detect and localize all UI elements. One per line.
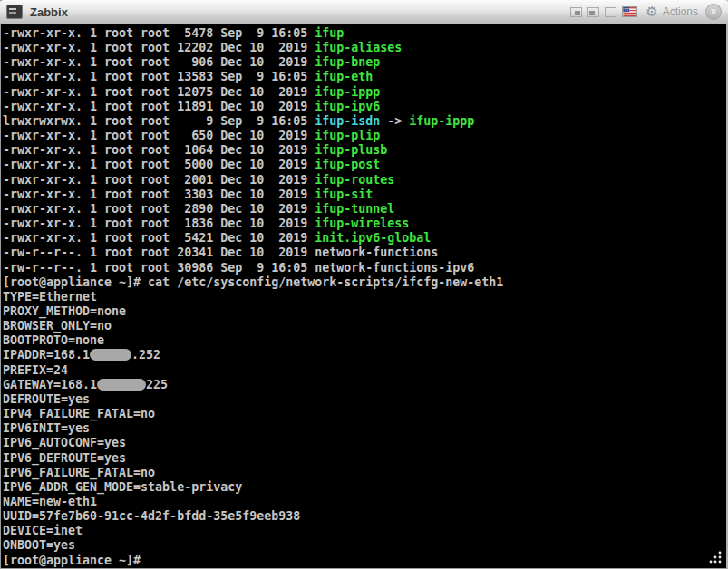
terminal-text: -rwxr-xr-x. 1 root root 2890 Dec 10 2019: [3, 202, 315, 216]
us-flag-icon: [622, 6, 637, 17]
terminal-text: -rwxr-xr-x. 1 root root 5478 Sep 9 16:05: [3, 26, 315, 40]
terminal-text: IPV6INIT=yes: [3, 421, 90, 435]
close-button[interactable]: ✕: [705, 4, 722, 20]
terminal-line: -rwxr-xr-x. 1 root root 906 Dec 10 2019 …: [3, 55, 726, 70]
terminal-text: GATEWAY=168.1: [3, 378, 97, 391]
terminal-line: IPV6INIT=yes: [3, 421, 726, 436]
terminal-text: ifup-eth: [315, 70, 373, 83]
terminal-text: -rw-r--r--. 1 root root 20341 Dec 10 201…: [3, 246, 438, 259]
terminal-line: -rwxr-xr-x. 1 root root 12202 Dec 10 201…: [3, 41, 726, 55]
terminal-text: BROWSER_ONLY=no: [3, 319, 112, 333]
terminal-text: IPADDR=168.1: [3, 348, 90, 362]
terminal-text: -rwxr-xr-x. 1 root root 12075 Dec 10 201…: [3, 85, 315, 99]
window-pane-fill-left-icon: [589, 11, 595, 15]
terminal-line: IPV6_ADDR_GEN_MODE=stable-privacy: [3, 480, 726, 495]
terminal-text: NAME=new-eth1: [3, 495, 97, 508]
terminal-text: [root@appliance ~]# cat /etc/sysconfig/n…: [3, 275, 503, 289]
terminal-text: IPV4_FAILURE_FATAL=no: [3, 407, 155, 420]
terminal-line: -rwxr-xr-x. 1 root root 650 Dec 10 2019 …: [3, 129, 726, 143]
terminal-text: DEVICE=inet: [3, 524, 83, 537]
terminal-text: -rwxr-xr-x. 1 root root 11891 Dec 10 201…: [3, 100, 315, 113]
terminal-text: ifup-aliases: [315, 41, 402, 54]
terminal-text: -rwxr-xr-x. 1 root root 1064 Dec 10 2019: [3, 143, 315, 157]
terminal-text: ONBOOT=yes: [3, 538, 75, 552]
terminal-line: UUID=57fe7b60-91cc-4d2f-bfdd-35e5f9eeb93…: [3, 509, 726, 524]
redacted-text-blob: [97, 379, 146, 391]
terminal-line: GATEWAY=168.1225: [3, 378, 726, 392]
resize-grip-icon[interactable]: [707, 549, 723, 565]
terminal-text: ifup-sit: [315, 188, 373, 201]
terminal-text: ifup-isdn: [315, 114, 380, 128]
console-window: Zabbix: [0, 0, 728, 569]
titlebar-controls: ⚙ Actions ✕: [570, 4, 722, 20]
window-pane-button-1[interactable]: [570, 7, 582, 17]
terminal-screen[interactable]: -rwxr-xr-x. 1 root root 5478 Sep 9 16:05…: [1, 24, 726, 569]
terminal-line: ONBOOT=yes: [3, 538, 726, 553]
terminal-line: NAME=new-eth1: [3, 495, 726, 509]
terminal-line: IPV6_AUTOCONF=yes: [3, 436, 726, 450]
terminal-line: -rwxr-xr-x. 1 root root 12075 Dec 10 201…: [3, 85, 726, 100]
terminal-line: [root@appliance ~]#: [3, 554, 726, 568]
terminal-line: IPV6_DEFROUTE=yes: [3, 451, 726, 466]
keyboard-layout-button[interactable]: [622, 6, 637, 17]
terminal-line: -rw-r--r--. 1 root root 20341 Dec 10 201…: [3, 246, 726, 260]
terminal-text: IPV6_FAILURE_FATAL=no: [3, 466, 155, 479]
terminal-text: IPV6_ADDR_GEN_MODE=stable-privacy: [3, 480, 242, 494]
titlebar[interactable]: Zabbix: [0, 0, 728, 24]
terminal-text: IPV6_AUTOCONF=yes: [3, 436, 126, 449]
terminal-text: BOOTPROTO=none: [3, 333, 104, 347]
window-pane-fill-right-icon: [575, 11, 580, 15]
terminal-text: -rwxr-xr-x. 1 root root 650 Dec 10 2019: [3, 129, 315, 142]
terminal-line: -rwxr-xr-x. 1 root root 2890 Dec 10 2019…: [3, 202, 726, 217]
window-pane-button-2[interactable]: [587, 7, 599, 17]
window-title: Zabbix: [30, 5, 68, 19]
terminal-text: .252: [131, 348, 160, 362]
terminal-line: -rwxr-xr-x. 1 root root 11891 Dec 10 201…: [3, 100, 726, 114]
window-pane-button-3[interactable]: [605, 7, 616, 17]
terminal-text: ifup-wireless: [315, 217, 409, 230]
terminal-text: ifup-ippp: [409, 114, 474, 128]
terminal-line: lrwxrwxrwx. 1 root root 9 Sep 9 16:05 if…: [3, 114, 726, 129]
terminal-text: lrwxrwxrwx. 1 root root 9 Sep 9 16:05: [3, 114, 315, 128]
terminal-text: init.ipv6-global: [315, 231, 431, 245]
terminal-line: -rwxr-xr-x. 1 root root 5421 Dec 10 2019…: [3, 231, 726, 246]
terminal-text: ifup-ipv6: [315, 100, 380, 113]
terminal-text: PREFIX=24: [3, 363, 68, 377]
gear-icon: ⚙: [645, 5, 657, 19]
actions-menu-button[interactable]: ⚙ Actions: [643, 5, 700, 19]
terminal-text: ifup-routes: [315, 173, 394, 187]
terminal-line: -rw-r--r--. 1 root root 30986 Sep 9 16:0…: [3, 261, 726, 275]
terminal-text: ifup-post: [315, 158, 380, 171]
terminal-line: DEFROUTE=yes: [3, 392, 726, 407]
terminal-line: -rwxr-xr-x. 1 root root 2001 Dec 10 2019…: [3, 173, 726, 188]
terminal-line: TYPE=Ethernet: [3, 290, 726, 304]
terminal-text: ifup-ippp: [315, 85, 380, 99]
terminal-line: IPV4_FAILURE_FATAL=no: [3, 407, 726, 421]
terminal-line: BOOTPROTO=none: [3, 333, 726, 348]
terminal-text: -rwxr-xr-x. 1 root root 906 Dec 10 2019: [3, 55, 315, 69]
terminal-text: -rwxr-xr-x. 1 root root 1836 Dec 10 2019: [3, 217, 315, 230]
actions-label: Actions: [663, 5, 698, 18]
terminal-text: ifup-tunnel: [315, 202, 394, 216]
terminal-line: IPV6_FAILURE_FATAL=no: [3, 466, 726, 480]
redacted-text-blob: [90, 349, 131, 361]
terminal-text: DEFROUTE=yes: [3, 392, 90, 406]
terminal-text: IPV6_DEFROUTE=yes: [3, 451, 126, 465]
terminal-text: ifup-plusb: [315, 143, 387, 157]
terminal-text: ->: [380, 114, 409, 128]
terminal-text: TYPE=Ethernet: [3, 290, 97, 304]
terminal-line: PREFIX=24: [3, 363, 726, 378]
terminal-text: ifup-plip: [315, 129, 380, 142]
terminal-line: -rwxr-xr-x. 1 root root 13583 Sep 9 16:0…: [3, 70, 726, 84]
terminal-line: BROWSER_ONLY=no: [3, 319, 726, 333]
close-x-icon: ✕: [710, 7, 717, 16]
terminal-text: -rwxr-xr-x. 1 root root 13583 Sep 9 16:0…: [3, 70, 315, 83]
terminal-text: UUID=57fe7b60-91cc-4d2f-bfdd-35e5f9eeb93…: [3, 509, 300, 523]
terminal-line: [root@appliance ~]# cat /etc/sysconfig/n…: [3, 275, 726, 290]
terminal-text: -rwxr-xr-x. 1 root root 3303 Dec 10 2019: [3, 188, 315, 201]
terminal-text: -rw-r--r--. 1 root root 30986 Sep 9 16:0…: [3, 261, 474, 275]
terminal-line: -rwxr-xr-x. 1 root root 1064 Dec 10 2019…: [3, 143, 726, 158]
terminal-text: -rwxr-xr-x. 1 root root 5000 Dec 10 2019: [3, 158, 315, 171]
terminal-line: DEVICE=inet: [3, 524, 726, 538]
terminal-line: -rwxr-xr-x. 1 root root 5000 Dec 10 2019…: [3, 158, 726, 172]
